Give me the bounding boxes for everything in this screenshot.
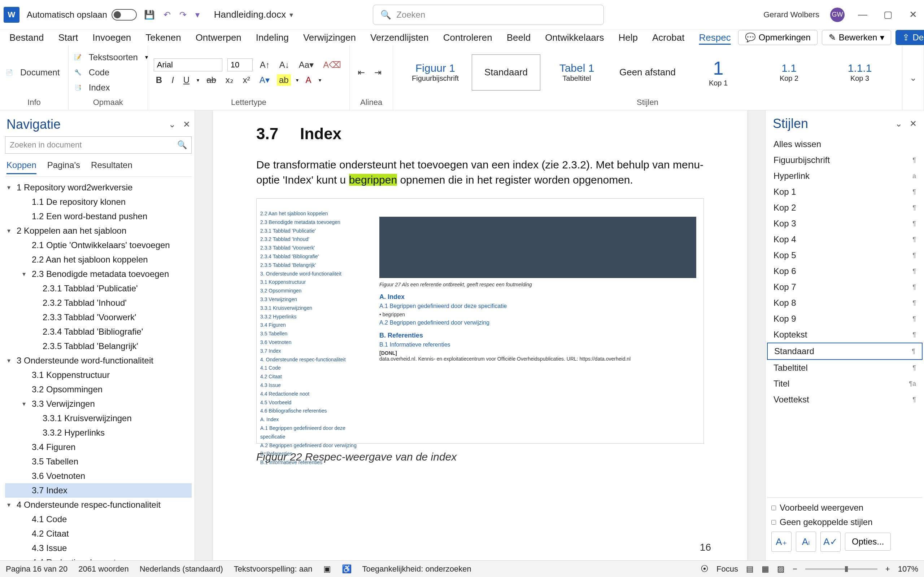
ribbon-tab-invoegen[interactable]: Invoegen: [85, 29, 138, 46]
zoom-in-icon[interactable]: +: [885, 564, 890, 574]
nav-node[interactable]: 2.3.1 Tabblad 'Publicatie': [5, 281, 192, 296]
texttypes-button[interactable]: Tekstsoorten: [87, 51, 140, 64]
qat-more-icon[interactable]: ▾: [195, 10, 200, 20]
redo-icon[interactable]: ↷: [179, 10, 187, 20]
decrease-indent-icon[interactable]: ⇤: [355, 66, 367, 79]
styles-list[interactable]: Alles wissenFiguurbijschrift¶HyperlinkaK…: [767, 136, 922, 497]
status-accessibility[interactable]: Toegankelijkheid: onderzoeken: [362, 564, 472, 574]
chevron-down-icon[interactable]: ▾: [296, 77, 299, 83]
nav-node[interactable]: 2.3.5 Tabblad 'Belangrijk': [5, 339, 192, 353]
font-color-button[interactable]: A: [304, 74, 313, 87]
nav-node[interactable]: 4.3 Issue: [5, 541, 192, 555]
nav-node[interactable]: 2.2 Aan het sjabloon koppelen: [5, 253, 192, 267]
styles-list-item[interactable]: Hyperlinka: [767, 168, 922, 184]
styles-list-item[interactable]: Kop 7¶: [767, 279, 922, 295]
focus-icon[interactable]: ⦿: [701, 564, 709, 574]
styles-list-item[interactable]: Voettekst¶: [767, 392, 922, 408]
nav-node[interactable]: ▾3 Ondersteunde word-functionaliteit: [5, 353, 192, 368]
styles-options-button[interactable]: Opties...: [845, 533, 891, 551]
ribbon-tab-verwijzingen[interactable]: Verwijzingen: [296, 29, 363, 46]
print-layout-icon[interactable]: ▦: [762, 564, 769, 574]
ribbon-tab-help[interactable]: Help: [611, 29, 645, 46]
ribbon-tab-respec[interactable]: Respec: [692, 29, 738, 46]
nav-tab-resultaten[interactable]: Resultaten: [91, 160, 132, 174]
preview-checkbox[interactable]: Voorbeeld weergeven: [771, 503, 918, 513]
close-icon[interactable]: ✕: [909, 119, 917, 128]
styles-list-item[interactable]: Kop 8¶: [767, 295, 922, 311]
style-gallery[interactable]: Figuur 1FiguurbijschriftStandaardTabel 1…: [399, 48, 896, 96]
nav-search-input[interactable]: Zoeken in document 🔍: [5, 136, 192, 154]
styles-list-item[interactable]: Koptekst¶: [767, 327, 922, 343]
style-gallery-item[interactable]: Figuur 1Figuurbijschrift: [401, 55, 470, 90]
style-gallery-item[interactable]: 1.1Kop 2: [755, 55, 823, 90]
status-page[interactable]: Pagina 16 van 20: [6, 564, 68, 574]
user-name[interactable]: Gerard Wolbers: [763, 10, 819, 19]
autosave-toggle[interactable]: [111, 9, 137, 21]
read-mode-icon[interactable]: ▤: [746, 564, 754, 574]
nav-tree[interactable]: ▾1 Repository word2werkversie1.1 De repo…: [5, 177, 192, 561]
linked-checkbox[interactable]: Geen gekoppelde stijlen: [771, 517, 918, 527]
increase-indent-icon[interactable]: ⇥: [372, 66, 384, 79]
nav-node[interactable]: 2.3.4 Tabblad 'Bibliografie': [5, 324, 192, 339]
nav-node[interactable]: 1.1 De repository klonen: [5, 195, 192, 209]
styles-list-item[interactable]: Kop 3¶: [767, 216, 922, 232]
zoom-out-icon[interactable]: −: [793, 564, 797, 574]
subscript-button[interactable]: x₂: [223, 74, 236, 87]
nav-node[interactable]: 4.4 Redactionele noot: [5, 555, 192, 561]
nav-node[interactable]: 3.3.1 Kruisverwijzingen: [5, 411, 192, 425]
edit-button[interactable]: ✎Bewerken ▾: [822, 30, 892, 45]
styles-list-item[interactable]: Figuurbijschrift¶: [767, 152, 922, 168]
status-language[interactable]: Nederlands (standaard): [140, 564, 223, 574]
ribbon-tab-indeling[interactable]: Indeling: [249, 29, 296, 46]
nav-node[interactable]: ▾3.3 Verwijzingen: [5, 397, 192, 411]
styles-list-item[interactable]: Titel¶a: [767, 376, 922, 392]
status-focus[interactable]: Focus: [716, 564, 738, 574]
highlight-button[interactable]: ab: [277, 74, 291, 86]
chevron-down-icon[interactable]: ▾: [289, 10, 293, 19]
web-layout-icon[interactable]: ▨: [777, 564, 785, 574]
nav-node[interactable]: 3.7 Index: [5, 483, 192, 498]
styles-list-item[interactable]: Tabeltitel¶: [767, 360, 922, 376]
nav-node[interactable]: 3.6 Voetnoten: [5, 469, 192, 483]
nav-node[interactable]: 3.4 Figuren: [5, 440, 192, 455]
change-case-icon[interactable]: Aa▾: [297, 58, 316, 71]
text-effects-icon[interactable]: A▾: [257, 74, 272, 87]
ribbon-tab-ontwerpen[interactable]: Ontwerpen: [188, 29, 249, 46]
undo-icon[interactable]: ↶: [163, 10, 171, 20]
chevron-down-icon[interactable]: ▾: [319, 77, 321, 83]
ribbon-tab-acrobat[interactable]: Acrobat: [645, 29, 692, 46]
styles-list-item[interactable]: Kop 9¶: [767, 311, 922, 327]
avatar[interactable]: GW: [830, 8, 845, 22]
italic-button[interactable]: I: [169, 74, 176, 87]
ribbon-tab-verzendlijsten[interactable]: Verzendlijsten: [363, 29, 436, 46]
superscript-button[interactable]: x²: [241, 74, 252, 87]
new-style-button[interactable]: A₊: [771, 532, 792, 552]
nav-tab-koppen[interactable]: Koppen: [6, 160, 36, 174]
ribbon-tab-bestand[interactable]: Bestand: [2, 29, 51, 46]
nav-node[interactable]: 2.3.2 Tabblad 'Inhoud': [5, 296, 192, 310]
nav-node[interactable]: 4.2 Citaat: [5, 527, 192, 541]
nav-node[interactable]: ▾1 Repository word2werkversie: [5, 180, 192, 195]
style-inspector-button[interactable]: Aᵢ: [796, 532, 816, 552]
chevron-down-icon[interactable]: ⌄: [168, 119, 176, 129]
ribbon-tab-controleren[interactable]: Controleren: [436, 29, 499, 46]
chevron-down-icon[interactable]: ▾: [145, 54, 148, 61]
increase-font-icon[interactable]: A↑: [258, 58, 272, 71]
ribbon-tab-start[interactable]: Start: [51, 29, 85, 46]
minimize-icon[interactable]: —: [855, 9, 870, 20]
nav-node[interactable]: 3.3.2 Hyperlinks: [5, 425, 192, 440]
bold-button[interactable]: B: [154, 74, 164, 87]
underline-button[interactable]: U: [181, 74, 192, 87]
save-icon[interactable]: 💾: [144, 10, 155, 20]
share-button[interactable]: ⇪Delen ▾: [895, 30, 924, 45]
zoom-slider[interactable]: [805, 568, 877, 570]
style-gallery-item[interactable]: 1Kop 1: [684, 55, 753, 90]
nav-node[interactable]: 1.2 Een word-bestand pushen: [5, 209, 192, 224]
close-icon[interactable]: ✕: [183, 119, 190, 129]
nav-node[interactable]: 3.2 Opsommingen: [5, 382, 192, 397]
style-gallery-item[interactable]: Tabel 1Tabeltitel: [543, 55, 611, 90]
ribbon-tab-tekenen[interactable]: Tekenen: [138, 29, 188, 46]
styles-list-item[interactable]: Kop 4¶: [767, 232, 922, 247]
document-button[interactable]: Document: [18, 66, 62, 79]
style-gallery-item[interactable]: 1.1.1Kop 3: [825, 55, 894, 90]
